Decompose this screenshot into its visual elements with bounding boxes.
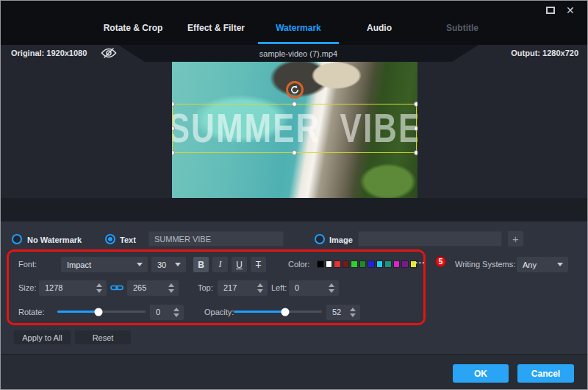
color-swatch[interactable]: [351, 260, 358, 268]
rotate-slider-fill: [57, 311, 98, 313]
opacity-label: Opacity:: [204, 308, 234, 316]
font-family-value: Impact: [67, 260, 91, 269]
playback-bar: 00:00:00.00/00:00:36.22: [1, 198, 587, 221]
resize-handle-mid-left[interactable]: [172, 126, 175, 131]
resize-handle-top-right[interactable]: [414, 102, 417, 107]
spin-up-icon[interactable]: [329, 283, 334, 287]
color-swatch-list: [317, 260, 417, 268]
spin-up-icon[interactable]: [168, 283, 174, 287]
plus-icon: +: [512, 233, 519, 245]
resize-handle-bottom-center[interactable]: [292, 150, 297, 155]
video-preview: SUMMER VIBE: [172, 62, 417, 198]
spin-down-icon[interactable]: [350, 313, 356, 317]
spin-down-icon[interactable]: [329, 289, 334, 293]
more-colors-button[interactable]: ···: [415, 258, 426, 267]
apply-to-all-label: Apply to All: [22, 333, 62, 342]
spin-up-icon[interactable]: [350, 308, 356, 311]
color-swatch[interactable]: [368, 260, 375, 268]
spin-down-icon[interactable]: [96, 289, 102, 293]
resize-handle-bottom-right[interactable]: [414, 150, 417, 155]
watermark-selection-box[interactable]: [172, 104, 417, 153]
bottom-bar: OK Cancel: [1, 354, 587, 390]
annotation-step-badge: 5: [435, 256, 446, 267]
left-value: 0: [295, 283, 299, 292]
italic-icon: I: [219, 259, 222, 270]
link-dimensions-button[interactable]: [110, 283, 123, 292]
font-label: Font:: [18, 260, 37, 269]
tab-subtitle[interactable]: Subtitle: [446, 23, 478, 33]
left-label: Left:: [271, 283, 287, 292]
reset-button[interactable]: Reset: [75, 330, 131, 344]
rotate-slider-thumb[interactable]: [95, 308, 103, 316]
tab-effect-filter[interactable]: Effect & Filter: [187, 23, 245, 33]
spin-down-icon[interactable]: [257, 289, 263, 293]
spin-up-icon[interactable]: [96, 283, 102, 287]
color-swatch[interactable]: [343, 260, 350, 268]
spin-down-icon[interactable]: [173, 313, 179, 317]
output-resolution-label: Output: 1280x720: [511, 45, 578, 62]
color-swatch[interactable]: [401, 260, 409, 268]
close-button[interactable]: ✕: [566, 4, 575, 16]
font-size-value: 30: [157, 260, 166, 269]
preview-compare-button[interactable]: [101, 47, 120, 60]
spin-up-icon[interactable]: [257, 283, 263, 287]
left-spinner[interactable]: 0: [289, 280, 339, 296]
spin-up-icon[interactable]: [173, 308, 179, 311]
no-watermark-radio[interactable]: [12, 234, 22, 244]
eye-off-icon: [101, 47, 117, 59]
top-label: Top:: [198, 283, 213, 292]
chevron-down-icon: [557, 263, 563, 266]
tab-watermark[interactable]: Watermark: [276, 23, 321, 33]
font-size-dropdown[interactable]: 30: [151, 257, 186, 272]
opacity-slider[interactable]: [234, 311, 322, 313]
strikethrough-button[interactable]: T: [251, 257, 266, 272]
active-tab-underline: [258, 42, 339, 44]
italic-button[interactable]: I: [212, 257, 228, 272]
color-swatch[interactable]: [334, 260, 341, 268]
top-spinner[interactable]: 217: [218, 280, 268, 296]
color-swatch[interactable]: [384, 260, 392, 268]
color-swatch[interactable]: [317, 260, 324, 268]
writing-systems-dropdown[interactable]: Any: [517, 257, 568, 272]
text-watermark-label: Text: [120, 235, 136, 244]
resize-handle-top-left[interactable]: [172, 102, 175, 107]
color-swatch[interactable]: [326, 260, 333, 268]
height-spinner[interactable]: 265: [127, 280, 179, 296]
width-spinner[interactable]: 1278: [39, 280, 107, 296]
tab-audio[interactable]: Audio: [367, 23, 392, 33]
video-title-band: sample-video (7).mp4: [118, 45, 478, 62]
color-swatch[interactable]: [393, 260, 401, 268]
underline-button[interactable]: U: [232, 257, 247, 272]
size-label: Size:: [18, 283, 36, 292]
top-bar: ✕ Rotate & Crop Effect & Filter Watermar…: [1, 1, 587, 45]
resize-handle-top-center[interactable]: [292, 102, 297, 107]
spin-down-icon[interactable]: [168, 289, 174, 293]
font-family-dropdown[interactable]: Impact: [61, 257, 148, 272]
cancel-button[interactable]: Cancel: [517, 364, 574, 383]
rotate-slider[interactable]: [57, 311, 146, 313]
color-swatch[interactable]: [359, 260, 367, 268]
no-watermark-label: No Watermark: [27, 235, 82, 244]
top-value: 217: [223, 283, 237, 292]
image-watermark-radio[interactable]: [315, 234, 325, 244]
resize-handle-mid-right[interactable]: [414, 126, 417, 131]
add-image-button[interactable]: +: [508, 231, 523, 247]
color-swatch[interactable]: [376, 260, 384, 268]
maximize-button[interactable]: [546, 4, 555, 14]
rotate-handle[interactable]: [286, 81, 304, 99]
opacity-slider-thumb[interactable]: [281, 308, 289, 316]
apply-to-all-button[interactable]: Apply to All: [14, 330, 71, 344]
rotate-arrow-icon: [290, 85, 300, 95]
opacity-spinner[interactable]: 52: [326, 305, 360, 320]
ok-button[interactable]: OK: [453, 364, 509, 383]
watermark-image-input[interactable]: [358, 231, 502, 247]
app-window: ✕ Rotate & Crop Effect & Filter Watermar…: [0, 0, 588, 390]
bold-button[interactable]: B: [193, 257, 209, 272]
image-watermark-label: Image: [329, 235, 353, 244]
rotate-spinner[interactable]: 0: [150, 305, 184, 320]
tab-rotate-crop[interactable]: Rotate & Crop: [104, 23, 163, 33]
text-watermark-radio[interactable]: [105, 234, 115, 244]
watermark-text-input[interactable]: [148, 231, 284, 247]
close-icon: ✕: [566, 4, 575, 16]
ok-label: OK: [474, 369, 487, 379]
